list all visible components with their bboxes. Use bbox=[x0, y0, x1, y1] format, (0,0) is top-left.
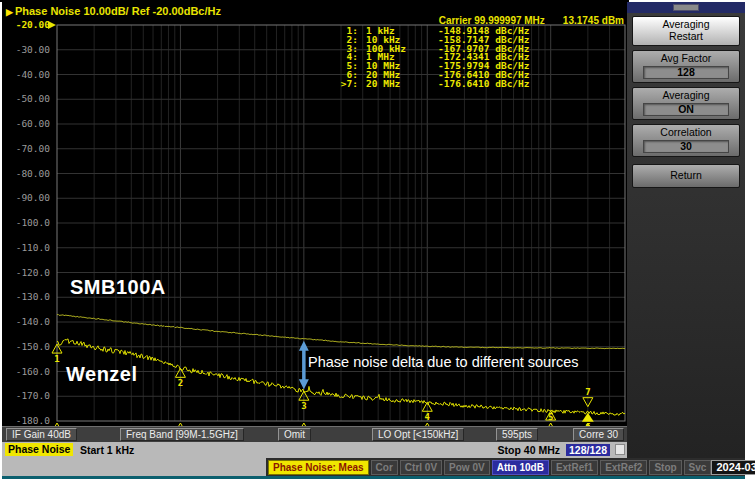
delta-annotation-text: Phase noise delta due to different sourc… bbox=[308, 354, 579, 370]
freq-band-field: Freq Band [99M-1.5GHz] bbox=[120, 428, 244, 441]
status-indicator: Cor bbox=[371, 460, 398, 475]
status-message-area bbox=[2, 458, 266, 476]
window-bottom-edge bbox=[2, 476, 745, 479]
softkey-value: ON bbox=[643, 103, 729, 117]
status-datetime: 2024-03-15 14:53 bbox=[711, 460, 755, 475]
start-frequency-label: Start 1 kHz bbox=[80, 444, 134, 456]
delta-arrow-up-icon bbox=[299, 341, 309, 351]
marker-value: -176.6410 dBc/Hz bbox=[430, 80, 530, 89]
stop-frequency-label: Stop 40 MHz bbox=[498, 444, 560, 456]
marker-2-label: 2 bbox=[178, 378, 183, 388]
y-axis-tick-label: -150.0 bbox=[16, 341, 51, 352]
carrier-power: 13.1745 dBm bbox=[563, 15, 624, 26]
y-axis-tick-label: -100.0 bbox=[16, 217, 51, 228]
status-indicator: ExtRef1 bbox=[551, 460, 598, 475]
trace-settings-text: Phase Noise 10.00dB/ Ref -20.00dBc/Hz bbox=[15, 5, 221, 17]
y-axis-tick-label: -60.00 bbox=[16, 118, 51, 129]
y-axis-tick-label: -130.0 bbox=[16, 291, 51, 302]
status-indicator: ExtRef2 bbox=[600, 460, 647, 475]
delta-arrow-down-icon bbox=[299, 379, 309, 389]
status-indicator: Stop bbox=[649, 460, 681, 475]
marker-5-label: 5 bbox=[548, 412, 553, 422]
status-indicator: Pow 0V bbox=[444, 460, 490, 475]
softkey-value: 30 bbox=[643, 140, 729, 154]
softkey-label: Averaging bbox=[633, 90, 739, 102]
panel-header-strip bbox=[627, 2, 745, 13]
mode-badge: Phase Noise bbox=[5, 443, 73, 456]
y-axis-tick-label: -70.00 bbox=[16, 143, 51, 154]
softkey-label: Return bbox=[633, 170, 739, 182]
omit-field: Omit bbox=[278, 428, 311, 441]
stop-frequency-group: Stop 40 MHz 128/128 bbox=[498, 444, 610, 456]
softkey-return[interactable]: Return bbox=[632, 164, 740, 188]
y-axis-tick-label: -50.00 bbox=[16, 93, 51, 104]
marker-7-label: 7 bbox=[585, 387, 590, 397]
status-measurement-state: Phase Noise: Meas bbox=[268, 460, 369, 475]
lo-opt-field: LO Opt [<150kHz] bbox=[372, 428, 464, 441]
y-axis-tick-label: -140.0 bbox=[16, 316, 51, 327]
measurement-screen: -20.00-30.00-40.00-50.00-60.00-70.00-80.… bbox=[2, 2, 627, 458]
y-axis-tick-label: -170.0 bbox=[16, 390, 51, 401]
ref-level-marker-icon bbox=[48, 21, 56, 29]
measurement-settings-bar: IF Gain 40dBFreq Band [99M-1.5GHz]OmitLO… bbox=[2, 426, 627, 442]
correlation-field: Corre 30 bbox=[573, 428, 624, 441]
upper-trace-label: SMB100A bbox=[70, 276, 166, 299]
y-axis-tick-label: -120.0 bbox=[16, 267, 51, 278]
softkey-label: Averaging bbox=[633, 19, 739, 31]
softkey-label: Restart bbox=[633, 31, 739, 43]
y-axis-tick-label: -160.0 bbox=[16, 366, 51, 377]
softkey-avg-factor[interactable]: Avg Factor128 bbox=[632, 50, 740, 83]
status-indicator: Svc bbox=[684, 460, 712, 475]
status-bar: Phase Noise: MeasCorCtrl 0VPow 0VAttn 10… bbox=[2, 458, 745, 476]
y-axis-tick-label: -20.00 bbox=[16, 19, 51, 30]
softkey-correlation[interactable]: Correlation30 bbox=[632, 124, 740, 157]
y-axis-tick-label: -30.00 bbox=[16, 44, 51, 55]
softkey-averaging[interactable]: AveragingON bbox=[632, 87, 740, 120]
softkey-averaging-restart[interactable]: AveragingRestart bbox=[632, 16, 740, 46]
y-axis-tick-label: -90.00 bbox=[16, 192, 51, 203]
sweep-count-badge: 128/128 bbox=[566, 444, 610, 456]
marker-frequency: 20 MHz bbox=[358, 80, 430, 89]
y-axis-tick-label: -40.00 bbox=[16, 69, 51, 80]
sweep-info-bar: Phase Noise Start 1 kHz Stop 40 MHz 128/… bbox=[2, 442, 627, 458]
lower-trace-label: Wenzel bbox=[66, 363, 138, 386]
status-attenuation: Attn 10dB bbox=[492, 460, 549, 475]
scroll-endcap bbox=[615, 444, 625, 455]
marker-1-label: 1 bbox=[54, 354, 59, 364]
softkey-label: Correlation bbox=[633, 127, 739, 139]
status-indicator: Ctrl 0V bbox=[400, 460, 442, 475]
trace-active-icon: ▶ bbox=[6, 7, 13, 17]
marker-4-label: 4 bbox=[425, 412, 431, 422]
instrument-window: -20.00-30.00-40.00-50.00-60.00-70.00-80.… bbox=[0, 0, 755, 481]
softkey-list: AveragingRestartAvg Factor128AveragingON… bbox=[627, 13, 745, 188]
panel-handle-icon[interactable] bbox=[673, 4, 699, 11]
softkey-value: 128 bbox=[643, 66, 729, 80]
y-axis-tick-label: -180.0 bbox=[16, 415, 51, 426]
trace-settings-header: ▶Phase Noise 10.00dB/ Ref -20.00dBc/Hz bbox=[6, 5, 221, 17]
y-axis-tick-label: -80.00 bbox=[16, 168, 51, 179]
y-axis-tick-label: -110.0 bbox=[16, 242, 51, 253]
if-gain-field: IF Gain 40dB bbox=[6, 428, 77, 441]
marker-id: >7: bbox=[332, 80, 358, 89]
marker-row: >7:20 MHz-176.6410 dBc/Hz bbox=[332, 80, 530, 89]
softkey-panel: AveragingRestartAvg Factor128AveragingON… bbox=[627, 2, 745, 458]
marker-table: 1:1 kHz-148.9148 dBc/Hz2:10 kHz-158.7147… bbox=[332, 27, 530, 89]
softkey-label: Avg Factor bbox=[633, 53, 739, 65]
marker-3-label: 3 bbox=[301, 401, 306, 411]
points-field: 595pts bbox=[496, 428, 538, 441]
